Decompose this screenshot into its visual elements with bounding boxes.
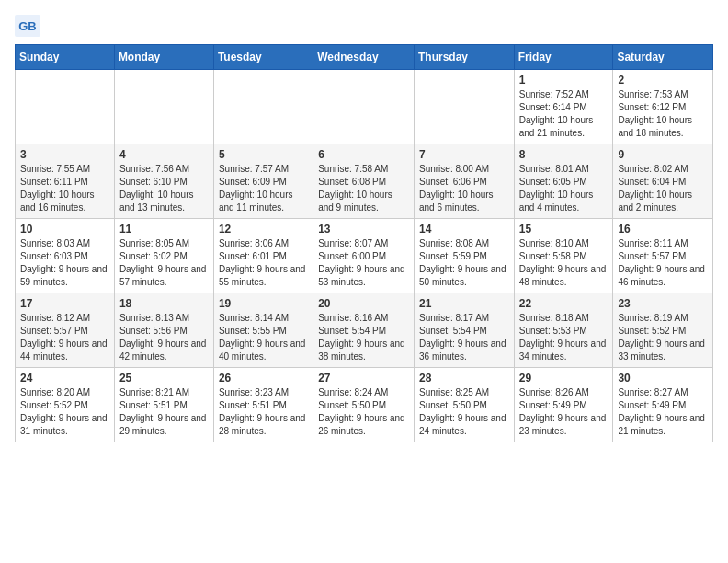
- day-number: 27: [318, 372, 409, 385]
- day-number: 15: [519, 223, 609, 236]
- day-info: Sunset: 5:51 PM: [219, 399, 308, 412]
- day-number: 21: [419, 297, 509, 310]
- day-number: 11: [119, 223, 209, 236]
- day-info: Sunset: 5:56 PM: [119, 325, 209, 338]
- weekday-sunday: Sunday: [16, 45, 115, 70]
- calendar-cell: 13Sunrise: 8:07 AMSunset: 6:00 PMDayligh…: [313, 219, 415, 293]
- day-info: Daylight: 9 hours and 42 minutes.: [119, 338, 209, 363]
- day-info: Sunrise: 8:26 AM: [519, 386, 609, 399]
- day-number: 18: [119, 297, 209, 310]
- calendar-cell: 18Sunrise: 8:13 AMSunset: 5:56 PMDayligh…: [114, 293, 213, 368]
- day-info: Daylight: 10 hours and 18 minutes.: [618, 114, 708, 140]
- day-number: 14: [419, 223, 509, 236]
- day-info: Sunrise: 8:18 AM: [519, 312, 609, 325]
- calendar-cell: 7Sunrise: 8:00 AMSunset: 6:06 PMDaylight…: [414, 144, 514, 219]
- day-info: Daylight: 10 hours and 21 minutes.: [519, 114, 609, 140]
- day-number: 1: [519, 74, 609, 86]
- day-info: Daylight: 10 hours and 2 minutes.: [618, 189, 708, 214]
- day-info: Sunrise: 8:23 AM: [219, 386, 308, 399]
- day-info: Sunset: 5:51 PM: [119, 399, 209, 412]
- day-info: Sunrise: 8:14 AM: [219, 312, 308, 325]
- weekday-monday: Monday: [114, 45, 213, 70]
- day-info: Sunrise: 7:56 AM: [119, 163, 209, 176]
- calendar-cell: 2Sunrise: 7:53 AMSunset: 6:12 PMDaylight…: [613, 70, 713, 144]
- day-number: 12: [219, 223, 308, 236]
- day-info: Daylight: 9 hours and 33 minutes.: [618, 338, 708, 363]
- calendar-cell: 30Sunrise: 8:27 AMSunset: 5:49 PMDayligh…: [613, 368, 713, 442]
- day-number: 9: [618, 148, 708, 161]
- calendar-cell: 5Sunrise: 7:57 AMSunset: 6:09 PMDaylight…: [213, 144, 313, 219]
- calendar-cell: 22Sunrise: 8:18 AMSunset: 5:53 PMDayligh…: [514, 293, 613, 368]
- calendar-cell: [313, 70, 415, 144]
- calendar-cell: 10Sunrise: 8:03 AMSunset: 6:03 PMDayligh…: [16, 219, 115, 293]
- day-info: Sunrise: 7:58 AM: [318, 163, 409, 176]
- calendar-week-2: 3Sunrise: 7:55 AMSunset: 6:11 PMDaylight…: [16, 144, 713, 219]
- day-info: Daylight: 9 hours and 53 minutes.: [318, 263, 409, 289]
- calendar-cell: 25Sunrise: 8:21 AMSunset: 5:51 PMDayligh…: [114, 368, 213, 442]
- day-info: Sunset: 5:59 PM: [419, 250, 509, 263]
- day-info: Sunset: 6:02 PM: [119, 250, 209, 263]
- day-info: Sunrise: 8:17 AM: [419, 312, 509, 325]
- day-number: 20: [318, 297, 409, 310]
- day-info: Daylight: 9 hours and 44 minutes.: [20, 338, 109, 363]
- calendar-cell: 23Sunrise: 8:19 AMSunset: 5:52 PMDayligh…: [613, 293, 713, 368]
- day-info: Daylight: 10 hours and 13 minutes.: [119, 189, 209, 214]
- day-info: Sunrise: 8:11 AM: [618, 237, 708, 250]
- day-info: Sunset: 6:05 PM: [519, 176, 609, 189]
- day-number: 4: [119, 148, 209, 161]
- calendar-week-1: 1Sunrise: 7:52 AMSunset: 6:14 PMDaylight…: [16, 70, 713, 144]
- day-info: Daylight: 9 hours and 21 minutes.: [618, 412, 708, 438]
- day-number: 17: [20, 297, 109, 310]
- day-info: Sunrise: 7:57 AM: [219, 163, 308, 176]
- day-info: Daylight: 9 hours and 29 minutes.: [119, 412, 209, 438]
- day-info: Sunrise: 8:01 AM: [519, 163, 609, 176]
- day-info: Daylight: 9 hours and 50 minutes.: [419, 263, 509, 289]
- day-info: Sunrise: 7:55 AM: [20, 163, 109, 176]
- day-number: 8: [519, 148, 609, 161]
- calendar-cell: 1Sunrise: 7:52 AMSunset: 6:14 PMDaylight…: [514, 70, 613, 144]
- calendar-cell: 12Sunrise: 8:06 AMSunset: 6:01 PMDayligh…: [213, 219, 313, 293]
- day-info: Daylight: 10 hours and 6 minutes.: [419, 189, 509, 214]
- day-info: Sunrise: 8:10 AM: [519, 237, 609, 250]
- logo: GB: [15, 15, 44, 37]
- logo-icon: GB: [15, 15, 40, 37]
- day-info: Sunset: 6:14 PM: [519, 101, 609, 114]
- day-info: Sunrise: 8:08 AM: [419, 237, 509, 250]
- calendar-cell: 15Sunrise: 8:10 AMSunset: 5:58 PMDayligh…: [514, 219, 613, 293]
- calendar-cell: 28Sunrise: 8:25 AMSunset: 5:50 PMDayligh…: [414, 368, 514, 442]
- day-info: Daylight: 9 hours and 24 minutes.: [419, 412, 509, 438]
- day-info: Sunrise: 7:52 AM: [519, 88, 609, 101]
- day-info: Sunset: 5:54 PM: [318, 325, 409, 338]
- day-number: 30: [618, 372, 708, 385]
- day-info: Sunset: 5:50 PM: [318, 399, 409, 412]
- day-info: Sunset: 6:06 PM: [419, 176, 509, 189]
- day-info: Daylight: 9 hours and 46 minutes.: [618, 263, 708, 289]
- day-info: Sunset: 5:49 PM: [618, 399, 708, 412]
- day-info: Daylight: 9 hours and 36 minutes.: [419, 338, 509, 363]
- day-info: Sunrise: 8:16 AM: [318, 312, 409, 325]
- day-info: Sunset: 6:11 PM: [20, 176, 109, 189]
- calendar-header: SundayMondayTuesdayWednesdayThursdayFrid…: [16, 45, 713, 70]
- day-number: 26: [219, 372, 308, 385]
- day-info: Sunset: 5:58 PM: [519, 250, 609, 263]
- day-number: 29: [519, 372, 609, 385]
- calendar-cell: 4Sunrise: 7:56 AMSunset: 6:10 PMDaylight…: [114, 144, 213, 219]
- calendar-cell: 21Sunrise: 8:17 AMSunset: 5:54 PMDayligh…: [414, 293, 514, 368]
- calendar-cell: [414, 70, 514, 144]
- day-info: Sunset: 5:49 PM: [519, 399, 609, 412]
- day-info: Sunset: 5:57 PM: [20, 325, 109, 338]
- calendar-cell: 8Sunrise: 8:01 AMSunset: 6:05 PMDaylight…: [514, 144, 613, 219]
- day-info: Sunset: 5:52 PM: [618, 325, 708, 338]
- weekday-tuesday: Tuesday: [213, 45, 313, 70]
- day-info: Sunset: 5:54 PM: [419, 325, 509, 338]
- day-info: Sunset: 6:08 PM: [318, 176, 409, 189]
- day-info: Daylight: 9 hours and 57 minutes.: [119, 263, 209, 289]
- day-info: Sunset: 6:01 PM: [219, 250, 308, 263]
- day-info: Sunrise: 8:21 AM: [119, 386, 209, 399]
- day-info: Sunset: 5:52 PM: [20, 399, 109, 412]
- day-info: Sunset: 6:12 PM: [618, 101, 708, 114]
- day-info: Daylight: 9 hours and 23 minutes.: [519, 412, 609, 438]
- calendar-cell: 26Sunrise: 8:23 AMSunset: 5:51 PMDayligh…: [213, 368, 313, 442]
- calendar-body: 1Sunrise: 7:52 AMSunset: 6:14 PMDaylight…: [16, 70, 713, 442]
- day-info: Sunrise: 8:20 AM: [20, 386, 109, 399]
